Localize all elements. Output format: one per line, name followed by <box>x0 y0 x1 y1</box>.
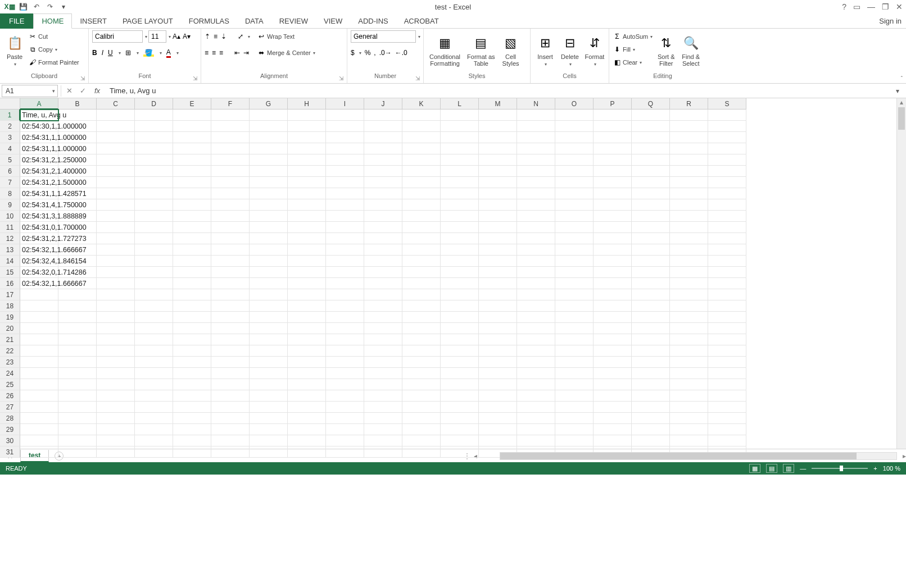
cell[interactable]: 02:54:32,0,1.714286 <box>20 267 58 278</box>
cell[interactable] <box>479 154 517 166</box>
cell[interactable] <box>250 154 288 166</box>
cell[interactable] <box>97 413 135 424</box>
cell[interactable] <box>364 166 402 177</box>
cell[interactable] <box>288 211 326 222</box>
cell[interactable] <box>135 345 173 357</box>
cell[interactable] <box>441 334 479 345</box>
cell[interactable] <box>326 222 364 233</box>
cell[interactable] <box>364 312 402 323</box>
cell[interactable] <box>288 121 326 132</box>
cell[interactable] <box>555 357 594 368</box>
cell[interactable] <box>211 402 250 413</box>
cell[interactable] <box>135 413 173 424</box>
cell[interactable] <box>211 323 250 334</box>
cell[interactable] <box>97 267 135 278</box>
cell[interactable] <box>135 300 173 312</box>
cell[interactable] <box>326 345 364 357</box>
cell[interactable] <box>402 390 441 402</box>
cell[interactable] <box>479 424 517 435</box>
cell[interactable] <box>441 278 479 289</box>
cell[interactable] <box>555 345 594 357</box>
cell[interactable] <box>211 424 250 435</box>
row-header[interactable]: 9 <box>0 199 20 211</box>
cell[interactable]: 02:54:31,1,1.000000 <box>20 143 58 154</box>
cell[interactable] <box>517 312 555 323</box>
cell[interactable] <box>135 222 173 233</box>
cell[interactable] <box>632 300 670 312</box>
page-break-view-icon[interactable]: ▥ <box>783 464 794 473</box>
cell[interactable] <box>97 435 135 446</box>
cell[interactable] <box>594 211 632 222</box>
cell[interactable] <box>517 199 555 211</box>
column-header[interactable]: A <box>20 98 58 110</box>
cell[interactable] <box>594 345 632 357</box>
cell[interactable] <box>632 233 670 244</box>
cell[interactable] <box>441 424 479 435</box>
enter-formula-icon[interactable]: ✓ <box>76 86 89 95</box>
column-header[interactable]: K <box>402 98 441 110</box>
cell[interactable] <box>517 222 555 233</box>
cell[interactable] <box>211 345 250 357</box>
cell[interactable] <box>326 132 364 143</box>
cell[interactable] <box>402 244 441 256</box>
cell[interactable] <box>632 211 670 222</box>
cell[interactable] <box>441 222 479 233</box>
row-header[interactable]: 5 <box>0 154 20 166</box>
cell[interactable] <box>173 345 211 357</box>
cell[interactable] <box>708 413 746 424</box>
column-header[interactable]: J <box>364 98 402 110</box>
cell[interactable] <box>97 424 135 435</box>
cell[interactable] <box>708 289 746 300</box>
cell[interactable] <box>594 413 632 424</box>
cell[interactable] <box>326 357 364 368</box>
cell[interactable]: Time, u, Avg u <box>20 110 58 121</box>
column-header[interactable]: Q <box>632 98 670 110</box>
cell[interactable] <box>135 154 173 166</box>
cell[interactable] <box>97 211 135 222</box>
cell[interactable] <box>402 424 441 435</box>
cell[interactable] <box>288 390 326 402</box>
cell[interactable] <box>517 413 555 424</box>
cell[interactable] <box>594 256 632 267</box>
ribbon-display-icon[interactable]: ▭ <box>853 2 860 11</box>
cell[interactable] <box>364 368 402 379</box>
clear-button[interactable]: ◧Clear▾ <box>613 56 653 69</box>
cell[interactable] <box>173 312 211 323</box>
cell[interactable] <box>555 211 594 222</box>
cell[interactable] <box>479 199 517 211</box>
dialog-launcher-icon[interactable]: ⇲ <box>415 75 420 81</box>
cell[interactable] <box>173 166 211 177</box>
cell[interactable] <box>517 110 555 121</box>
cell[interactable] <box>708 402 746 413</box>
cell[interactable] <box>288 154 326 166</box>
cell[interactable] <box>555 154 594 166</box>
delete-cells-button[interactable]: ⊟Delete▾ <box>559 30 581 71</box>
column-header[interactable]: L <box>441 98 479 110</box>
cell[interactable] <box>708 244 746 256</box>
align-center-icon[interactable]: ≡ <box>212 49 216 57</box>
row-header[interactable]: 15 <box>0 267 20 278</box>
cell[interactable] <box>441 199 479 211</box>
dialog-launcher-icon[interactable]: ⇲ <box>80 75 85 81</box>
cell[interactable] <box>402 413 441 424</box>
cell[interactable] <box>441 289 479 300</box>
cell[interactable] <box>479 233 517 244</box>
cell[interactable] <box>708 278 746 289</box>
cell[interactable] <box>173 244 211 256</box>
zoom-level[interactable]: 100 % <box>883 465 900 472</box>
cell[interactable] <box>288 166 326 177</box>
cell[interactable] <box>670 154 708 166</box>
cell[interactable] <box>135 424 173 435</box>
format-cells-button[interactable]: ⇵Format▾ <box>583 30 606 71</box>
sign-in-link[interactable]: Sign in <box>879 17 902 25</box>
cell[interactable] <box>211 199 250 211</box>
cell[interactable]: 02:54:31,2,1.400000 <box>20 166 58 177</box>
cell[interactable] <box>670 402 708 413</box>
cell[interactable] <box>594 166 632 177</box>
cell[interactable] <box>594 121 632 132</box>
cell[interactable] <box>670 413 708 424</box>
cell[interactable] <box>58 368 97 379</box>
cell[interactable] <box>670 233 708 244</box>
cell[interactable] <box>441 143 479 154</box>
cell[interactable] <box>364 256 402 267</box>
